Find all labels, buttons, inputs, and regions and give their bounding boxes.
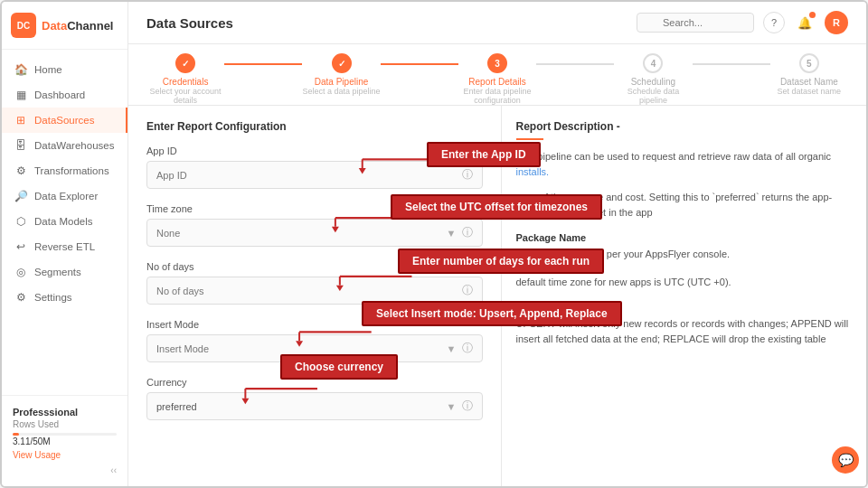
data-explorer-icon: 🔎: [14, 190, 27, 202]
insert-mode-input[interactable]: [156, 343, 447, 354]
desc-section-timezone: default time zone for new apps is UTC (U…: [516, 275, 853, 290]
view-usage-link[interactable]: View Usage: [13, 450, 117, 460]
rows-progress-fill: [13, 433, 19, 436]
sidebar-item-data-explorer[interactable]: 🔎 Data Explorer: [2, 183, 127, 209]
field-input-currency: ▼ ⓘ: [146, 392, 483, 420]
sidebar-item-datawarehouses[interactable]: 🗄 DataWarehouses: [2, 133, 127, 158]
app-id-info-icon[interactable]: ⓘ: [462, 167, 473, 183]
rows-value: 3.11/50M: [13, 436, 117, 446]
timezone-info-icon[interactable]: ⓘ: [462, 225, 473, 240]
timezone-input[interactable]: [156, 228, 447, 239]
home-icon: 🏠: [14, 63, 27, 76]
desc-insert-mode-title: Insert Mode: [516, 302, 853, 313]
settings-icon: ⚙: [14, 291, 27, 304]
step-sublabel-1: Select your account details: [146, 87, 224, 105]
bell-icon: 🔔: [797, 16, 812, 30]
field-label-insert-mode: Insert Mode: [146, 319, 483, 330]
step-report-details: 3 Report Details Enter data pipeline con…: [458, 53, 536, 105]
step-connector-4: [693, 63, 770, 65]
step-scheduling: 4 Scheduling Schedule data pipeline: [614, 53, 692, 105]
sidebar-footer: Professsional Rows Used 3.11/50M View Us…: [2, 395, 127, 486]
field-group-insert-mode: Insert Mode ▼ ⓘ: [146, 319, 483, 362]
field-input-timezone: ▼ ⓘ: [146, 219, 483, 247]
sidebar-label-dashboard: Dashboard: [34, 89, 85, 100]
desc-timezone-text: default time zone for new apps is UTC (U…: [516, 275, 853, 290]
sidebar-label-segments: Segments: [34, 267, 81, 277]
description-panel: Report Description - This pipeline can b…: [502, 106, 867, 486]
field-group-no-of-days: No of days ⓘ: [146, 261, 483, 305]
installs-link[interactable]: installs.: [516, 166, 550, 177]
step-dataset-name: 5 Dataset Name Set dataset name: [770, 53, 848, 96]
sidebar-item-segments[interactable]: ◎ Segments: [2, 259, 127, 285]
no-of-days-input[interactable]: [156, 286, 457, 296]
sidebar-item-data-models[interactable]: ⬡ Data Models: [2, 209, 127, 234]
step-circle-1: ✓: [175, 53, 195, 73]
field-label-no-of-days: No of days: [146, 261, 483, 272]
sidebar-label-datawarehouses: DataWarehouses: [34, 140, 114, 151]
page-title: Data Sources: [146, 15, 233, 31]
data-models-icon: ⬡: [14, 215, 27, 228]
app-id-input[interactable]: [156, 170, 457, 181]
sidebar-label-data-models: Data Models: [34, 216, 93, 227]
step-sublabel-2: Select a data pipeline: [303, 87, 381, 96]
desc-section-package-name: Package Name `Package Name` as per your …: [516, 232, 853, 262]
header-right: 🔍 ? 🔔 R: [637, 11, 848, 34]
desc-sections: ancy of the revenue and cost. Setting th…: [516, 190, 853, 346]
sidebar-collapse-button[interactable]: ‹‹: [13, 465, 117, 475]
sidebar-label-data-explorer: Data Explorer: [34, 191, 98, 202]
desc-intro-text: This pipeline can be used to request and…: [516, 149, 853, 179]
notifications-button[interactable]: 🔔: [794, 12, 816, 33]
step-label-2: Data Pipeline: [315, 77, 368, 87]
datawarehouses-icon: 🗄: [14, 139, 27, 152]
field-group-timezone: Time zone ▼ ⓘ: [146, 203, 483, 247]
search-input[interactable]: [637, 13, 754, 33]
logo-icon: DC: [11, 13, 36, 38]
logo: DC DataChannel: [2, 2, 127, 50]
avatar[interactable]: R: [825, 11, 848, 34]
step-circle-5: 5: [799, 53, 819, 73]
desc-insert-mode-text: UPSERT will insert only new records or r…: [516, 316, 853, 346]
logo-text: DataChannel: [42, 19, 113, 33]
search-wrapper: 🔍: [637, 13, 754, 33]
field-input-app-id: ⓘ: [146, 161, 483, 189]
sidebar-item-reverse-etl[interactable]: ↩ Reverse ETL: [2, 234, 127, 259]
step-circle-2: ✓: [332, 53, 352, 73]
sidebar-item-transformations[interactable]: ⚙ Transformations: [2, 158, 127, 183]
currency-dropdown-icon[interactable]: ▼: [447, 401, 457, 412]
sidebar-label-reverse-etl: Reverse ETL: [34, 241, 95, 252]
form-panel: Enter Report Configuration App ID ⓘ Time…: [128, 106, 502, 486]
sidebar-item-settings[interactable]: ⚙ Settings: [2, 285, 127, 310]
step-connector-2: [381, 63, 458, 65]
sidebar-item-home[interactable]: 🏠 Home: [2, 57, 127, 82]
desc-package-name-text: `Package Name` as per your AppsFlyer con…: [516, 247, 853, 262]
step-connector-3: [536, 63, 614, 65]
dashboard-icon: ▦: [14, 89, 27, 101]
step-data-pipeline: ✓ Data Pipeline Select a data pipeline: [302, 53, 380, 96]
insert-mode-info-icon[interactable]: ⓘ: [462, 341, 473, 356]
sidebar-item-datasources[interactable]: ⊞ DataSources: [2, 108, 127, 133]
sidebar-item-dashboard[interactable]: ▦ Dashboard: [2, 82, 127, 108]
page-header: Data Sources 🔍 ? 🔔 R: [128, 2, 866, 44]
chat-bubble-button[interactable]: 💬: [832, 446, 859, 474]
sidebar: DC DataChannel 🏠 Home ▦ Dashboard ⊞ Data…: [2, 2, 128, 486]
step-sublabel-5: Set dataset name: [778, 87, 842, 96]
step-circle-3: 3: [487, 53, 507, 73]
no-of-days-info-icon[interactable]: ⓘ: [462, 283, 473, 298]
steps-container: ✓ Credentials Select your account detail…: [146, 53, 848, 105]
rows-progress-bar: [13, 433, 117, 436]
sidebar-label-settings: Settings: [34, 292, 72, 303]
sidebar-nav: 🏠 Home ▦ Dashboard ⊞ DataSources 🗄 DataW…: [2, 50, 127, 395]
currency-input[interactable]: [156, 401, 447, 412]
main-content: Data Sources 🔍 ? 🔔 R: [128, 2, 866, 486]
help-button[interactable]: ?: [763, 12, 785, 33]
timezone-dropdown-icon[interactable]: ▼: [447, 228, 457, 239]
insert-mode-dropdown-icon[interactable]: ▼: [447, 343, 457, 354]
sidebar-label-datasources: DataSources: [34, 115, 94, 126]
field-group-currency: Currency ▼ ⓘ: [146, 377, 483, 420]
step-credentials: ✓ Credentials Select your account detail…: [146, 53, 224, 105]
reverse-etl-icon: ↩: [14, 240, 27, 253]
step-connector-1: [224, 63, 302, 65]
field-input-insert-mode: ▼ ⓘ: [146, 334, 483, 362]
currency-info-icon[interactable]: ⓘ: [462, 399, 473, 414]
transformations-icon: ⚙: [14, 164, 27, 177]
